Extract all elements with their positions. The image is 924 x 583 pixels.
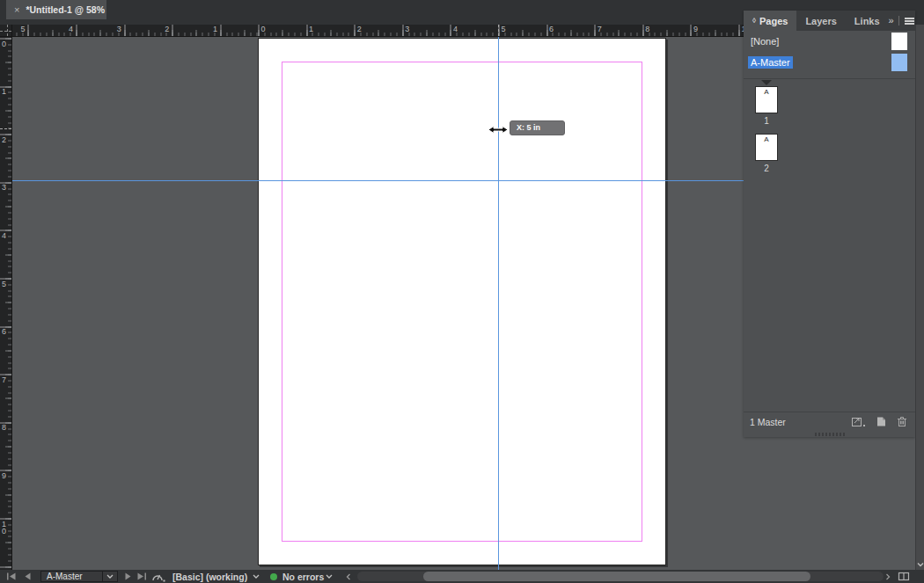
guide-position-tooltip: X: 5 in — [510, 120, 565, 135]
master-row-a-master[interactable]: A-Master — [744, 53, 915, 72]
ruler-label: 0 — [261, 26, 266, 33]
ruler-label: 6 — [549, 26, 554, 33]
ruler-label: 0 — [2, 40, 9, 47]
horizontal-resize-cursor-icon — [488, 123, 509, 139]
panel-section-divider — [744, 78, 915, 79]
page-number-2: 2 — [755, 164, 778, 173]
ruler-label: 3 — [2, 184, 9, 191]
ruler-label: 8 — [2, 424, 9, 431]
ruler-label: 7 — [598, 26, 602, 33]
edit-page-size-icon[interactable] — [851, 416, 866, 427]
header-divider — [898, 16, 899, 26]
ruler-label: 4 — [2, 232, 9, 239]
ruler-label: 4 — [69, 26, 73, 33]
chevron-down-icon[interactable] — [326, 570, 333, 583]
spread-view-icon[interactable] — [898, 570, 910, 583]
ruler-label: 5 — [2, 281, 9, 288]
scroll-down-icon[interactable] — [917, 562, 924, 567]
previous-spread-button[interactable] — [24, 570, 32, 583]
last-spread-button[interactable] — [136, 570, 147, 583]
panel-cycle-icon: ◊ — [752, 17, 756, 25]
ruler-inch-ticks — [0, 37, 11, 570]
delete-page-trash-icon[interactable] — [897, 416, 907, 427]
tab-pages-label: Pages — [759, 16, 788, 26]
chevron-down-icon[interactable] — [102, 572, 117, 581]
ruler-label: 3 — [405, 26, 409, 33]
cursor-position-marker — [0, 128, 11, 129]
ruler-label: 2 — [357, 26, 362, 33]
preflight-profile-label[interactable]: [Basic] (working) — [172, 570, 247, 583]
ruler-label: 4 — [453, 26, 458, 33]
margin-guides — [282, 62, 642, 542]
page-select-value: A-Master — [41, 572, 102, 581]
chevron-down-icon[interactable] — [253, 570, 260, 583]
preflight-status-label[interactable]: No errors — [282, 570, 324, 583]
panel-menu-icon[interactable] — [905, 18, 914, 25]
tab-links[interactable]: Links — [846, 11, 889, 31]
preflight-menu-icon[interactable] — [151, 570, 165, 583]
spread-marker-icon — [761, 80, 772, 85]
first-spread-button[interactable] — [6, 570, 17, 583]
panel-resize-grip[interactable] — [815, 433, 845, 436]
status-bar: A-Master [Basic] (working) No errors — [0, 570, 924, 583]
status-dot — [270, 573, 277, 580]
collapse-panel-icon[interactable]: » — [889, 16, 893, 26]
master-row-none[interactable]: [None] — [744, 32, 915, 51]
scroll-right-icon[interactable] — [885, 570, 891, 583]
vertical-scrollbar[interactable] — [915, 25, 924, 570]
page-thumbnail-1[interactable]: A — [755, 86, 778, 113]
panel-tab-bar: ◊ Pages Layers Links » — [744, 11, 915, 31]
ruler-label: 7 — [2, 376, 9, 383]
vertical-ruler[interactable]: 012345678910 — [0, 37, 12, 570]
master-letter: A — [756, 135, 777, 143]
ruler-label: 1 — [213, 26, 217, 33]
vertical-ruler-guide[interactable] — [498, 37, 499, 570]
ruler-label: 5 — [21, 26, 26, 33]
ruler-label: 2 — [2, 136, 9, 143]
pages-panel: ◊ Pages Layers Links » [None] A-Master A… — [744, 11, 915, 437]
panel-footer: 1 Master — [744, 412, 915, 431]
next-spread-button[interactable] — [124, 570, 132, 583]
tab-layers-label: Layers — [805, 16, 836, 26]
master-swatch[interactable] — [891, 54, 907, 71]
ruler-label: 5 — [502, 26, 506, 33]
create-new-page-icon[interactable] — [876, 416, 887, 427]
page-number-1: 1 — [755, 116, 778, 126]
master-count-label: 1 Master — [750, 417, 851, 427]
master-name: [None] — [748, 35, 781, 47]
page-thumbnail-2[interactable]: A — [755, 134, 778, 161]
close-icon[interactable]: × — [14, 5, 19, 15]
ruler-origin-box[interactable] — [0, 25, 12, 37]
ruler-label: 9 — [2, 472, 9, 479]
page-select-dropdown[interactable]: A-Master — [40, 571, 118, 582]
scroll-left-icon[interactable] — [346, 570, 351, 583]
ruler-label: 6 — [2, 328, 9, 335]
document-tab[interactable]: × *Untitled-1 @ 58% — [6, 0, 106, 19]
ruler-label: 8 — [645, 26, 649, 33]
document-title: *Untitled-1 @ 58% — [26, 4, 105, 15]
horizontal-scrollbar-thumb[interactable] — [423, 572, 810, 581]
cursor-position-marker — [498, 25, 499, 36]
ruler-label: 9 — [693, 26, 698, 33]
tab-links-label: Links — [854, 16, 880, 26]
ruler-label: 10 — [2, 521, 9, 535]
horizontal-scrollbar-track[interactable] — [357, 572, 884, 581]
ruler-label: 3 — [117, 26, 121, 33]
master-swatch[interactable] — [891, 33, 907, 50]
master-name-selected: A-Master — [748, 56, 793, 69]
ruler-label: 1 — [2, 88, 9, 95]
master-letter: A — [756, 88, 777, 96]
origin-crosshair-h — [0, 31, 11, 32]
ruler-label: 1 — [309, 26, 313, 33]
ruler-label: 2 — [165, 26, 169, 33]
tab-layers[interactable]: Layers — [796, 11, 845, 31]
tab-pages[interactable]: ◊ Pages — [744, 11, 796, 31]
